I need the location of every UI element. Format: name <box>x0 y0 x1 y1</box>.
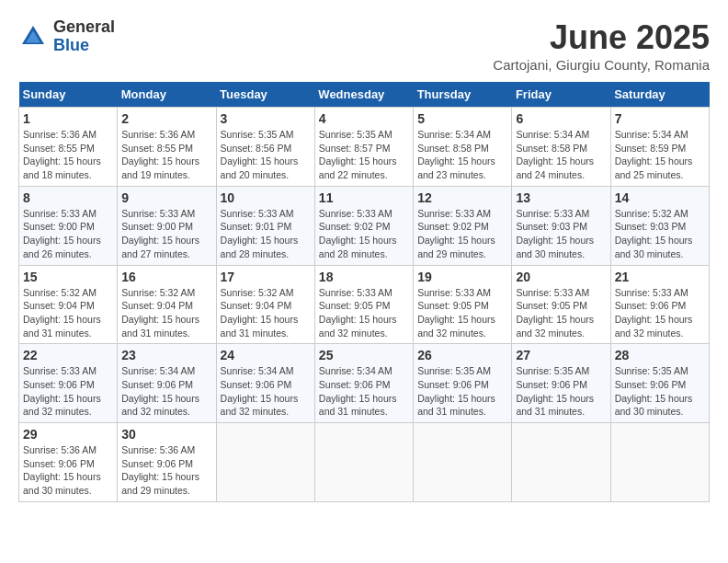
day-info: Sunrise: 5:33 AMSunset: 9:06 PMDaylight:… <box>615 286 705 340</box>
calendar-cell: 1Sunrise: 5:36 AMSunset: 8:55 PMDaylight… <box>19 108 118 187</box>
day-info: Sunrise: 5:33 AMSunset: 9:06 PMDaylight:… <box>23 364 113 419</box>
logo-icon <box>18 22 48 52</box>
calendar-cell: 11Sunrise: 5:33 AMSunset: 9:02 PMDayligh… <box>314 186 413 265</box>
weekday-header-sunday: Sunday <box>19 82 118 108</box>
day-info: Sunrise: 5:36 AMSunset: 9:06 PMDaylight:… <box>121 443 211 498</box>
weekday-header-wednesday: Wednesday <box>314 82 413 108</box>
day-info: Sunrise: 5:35 AMSunset: 8:56 PMDaylight:… <box>221 128 311 182</box>
calendar-cell: 10Sunrise: 5:33 AMSunset: 9:01 PMDayligh… <box>216 186 314 265</box>
logo-blue-text: Blue <box>53 37 115 55</box>
logo-general-text: General <box>53 18 115 37</box>
day-info: Sunrise: 5:35 AMSunset: 9:06 PMDaylight:… <box>417 364 507 419</box>
day-number: 15 <box>23 270 113 284</box>
day-info: Sunrise: 5:35 AMSunset: 9:06 PMDaylight:… <box>615 364 705 419</box>
calendar-week-row: 15Sunrise: 5:32 AMSunset: 9:04 PMDayligh… <box>19 265 710 344</box>
day-number: 22 <box>23 348 113 362</box>
day-number: 16 <box>121 270 211 284</box>
day-number: 27 <box>516 348 606 362</box>
calendar-cell <box>216 423 314 502</box>
day-info: Sunrise: 5:32 AMSunset: 9:04 PMDaylight:… <box>121 286 211 340</box>
calendar-cell <box>314 423 413 502</box>
calendar-cell: 16Sunrise: 5:32 AMSunset: 9:04 PMDayligh… <box>118 265 216 344</box>
month-title: June 2025 <box>493 18 710 57</box>
calendar-cell: 2Sunrise: 5:36 AMSunset: 8:55 PMDaylight… <box>118 108 216 187</box>
day-info: Sunrise: 5:33 AMSunset: 9:03 PMDaylight:… <box>516 207 606 261</box>
day-number: 21 <box>615 270 705 284</box>
day-number: 12 <box>417 190 507 205</box>
calendar-cell: 25Sunrise: 5:34 AMSunset: 9:06 PMDayligh… <box>314 344 413 423</box>
weekday-header-thursday: Thursday <box>414 82 512 108</box>
day-info: Sunrise: 5:36 AMSunset: 8:55 PMDaylight:… <box>121 128 211 182</box>
weekday-header-saturday: Saturday <box>610 82 709 108</box>
header: General Blue June 2025 Cartojani, Giurgi… <box>18 18 710 73</box>
day-info: Sunrise: 5:32 AMSunset: 9:04 PMDaylight:… <box>23 286 113 340</box>
day-info: Sunrise: 5:33 AMSunset: 9:00 PMDaylight:… <box>23 207 113 261</box>
day-info: Sunrise: 5:33 AMSunset: 9:05 PMDaylight:… <box>417 286 507 340</box>
day-info: Sunrise: 5:34 AMSunset: 9:06 PMDaylight:… <box>121 364 211 419</box>
day-number: 3 <box>221 111 311 126</box>
calendar-cell: 27Sunrise: 5:35 AMSunset: 9:06 PMDayligh… <box>512 344 610 423</box>
day-info: Sunrise: 5:33 AMSunset: 9:02 PMDaylight:… <box>417 207 507 261</box>
calendar-cell: 26Sunrise: 5:35 AMSunset: 9:06 PMDayligh… <box>414 344 512 423</box>
day-number: 7 <box>615 111 705 126</box>
day-info: Sunrise: 5:35 AMSunset: 9:06 PMDaylight:… <box>516 364 606 419</box>
calendar-table: SundayMondayTuesdayWednesdayThursdayFrid… <box>18 82 710 502</box>
calendar-cell: 24Sunrise: 5:34 AMSunset: 9:06 PMDayligh… <box>216 344 314 423</box>
calendar-cell: 23Sunrise: 5:34 AMSunset: 9:06 PMDayligh… <box>118 344 216 423</box>
day-number: 4 <box>319 111 409 126</box>
calendar-cell: 14Sunrise: 5:32 AMSunset: 9:03 PMDayligh… <box>610 186 709 265</box>
day-number: 2 <box>121 111 211 126</box>
logo-text: General Blue <box>53 18 115 55</box>
day-number: 20 <box>516 270 606 284</box>
calendar-cell <box>512 423 610 502</box>
day-info: Sunrise: 5:34 AMSunset: 8:58 PMDaylight:… <box>417 128 507 182</box>
calendar-week-row: 8Sunrise: 5:33 AMSunset: 9:00 PMDaylight… <box>19 186 710 265</box>
day-number: 30 <box>121 427 211 442</box>
location-title: Cartojani, Giurgiu County, Romania <box>493 57 710 73</box>
day-number: 5 <box>417 111 507 126</box>
calendar-cell: 29Sunrise: 5:36 AMSunset: 9:06 PMDayligh… <box>19 423 118 502</box>
weekday-header-row: SundayMondayTuesdayWednesdayThursdayFrid… <box>19 82 710 108</box>
day-number: 23 <box>121 348 211 362</box>
day-number: 25 <box>319 348 409 362</box>
calendar-cell: 22Sunrise: 5:33 AMSunset: 9:06 PMDayligh… <box>19 344 118 423</box>
calendar-cell: 13Sunrise: 5:33 AMSunset: 9:03 PMDayligh… <box>512 186 610 265</box>
calendar-cell: 7Sunrise: 5:34 AMSunset: 8:59 PMDaylight… <box>610 108 709 187</box>
title-section: June 2025 Cartojani, Giurgiu County, Rom… <box>493 18 710 73</box>
calendar-cell: 18Sunrise: 5:33 AMSunset: 9:05 PMDayligh… <box>314 265 413 344</box>
calendar-cell: 28Sunrise: 5:35 AMSunset: 9:06 PMDayligh… <box>610 344 709 423</box>
calendar-cell: 19Sunrise: 5:33 AMSunset: 9:05 PMDayligh… <box>414 265 512 344</box>
calendar-cell <box>414 423 512 502</box>
day-number: 29 <box>23 427 113 442</box>
day-info: Sunrise: 5:33 AMSunset: 9:05 PMDaylight:… <box>319 286 409 340</box>
day-number: 19 <box>417 270 507 284</box>
day-info: Sunrise: 5:33 AMSunset: 9:02 PMDaylight:… <box>319 207 409 261</box>
day-number: 9 <box>121 190 211 205</box>
day-info: Sunrise: 5:34 AMSunset: 9:06 PMDaylight:… <box>319 364 409 419</box>
day-number: 8 <box>23 190 113 205</box>
day-info: Sunrise: 5:32 AMSunset: 9:04 PMDaylight:… <box>221 286 311 340</box>
day-number: 14 <box>615 190 705 205</box>
calendar-week-row: 1Sunrise: 5:36 AMSunset: 8:55 PMDaylight… <box>19 108 710 187</box>
weekday-header-tuesday: Tuesday <box>216 82 314 108</box>
day-number: 28 <box>615 348 705 362</box>
day-info: Sunrise: 5:33 AMSunset: 9:00 PMDaylight:… <box>121 207 211 261</box>
day-info: Sunrise: 5:32 AMSunset: 9:03 PMDaylight:… <box>615 207 705 261</box>
calendar-week-row: 29Sunrise: 5:36 AMSunset: 9:06 PMDayligh… <box>19 423 710 502</box>
calendar-cell: 12Sunrise: 5:33 AMSunset: 9:02 PMDayligh… <box>414 186 512 265</box>
calendar-cell: 3Sunrise: 5:35 AMSunset: 8:56 PMDaylight… <box>216 108 314 187</box>
calendar-cell: 17Sunrise: 5:32 AMSunset: 9:04 PMDayligh… <box>216 265 314 344</box>
day-number: 17 <box>221 270 311 284</box>
day-number: 6 <box>516 111 606 126</box>
day-info: Sunrise: 5:36 AMSunset: 9:06 PMDaylight:… <box>23 443 113 498</box>
day-info: Sunrise: 5:33 AMSunset: 9:05 PMDaylight:… <box>516 286 606 340</box>
calendar-week-row: 22Sunrise: 5:33 AMSunset: 9:06 PMDayligh… <box>19 344 710 423</box>
day-number: 10 <box>221 190 311 205</box>
day-info: Sunrise: 5:34 AMSunset: 9:06 PMDaylight:… <box>221 364 311 419</box>
calendar-cell: 8Sunrise: 5:33 AMSunset: 9:00 PMDaylight… <box>19 186 118 265</box>
weekday-header-friday: Friday <box>512 82 610 108</box>
calendar-cell: 20Sunrise: 5:33 AMSunset: 9:05 PMDayligh… <box>512 265 610 344</box>
calendar-cell: 5Sunrise: 5:34 AMSunset: 8:58 PMDaylight… <box>414 108 512 187</box>
weekday-header-monday: Monday <box>118 82 216 108</box>
calendar-cell: 21Sunrise: 5:33 AMSunset: 9:06 PMDayligh… <box>610 265 709 344</box>
